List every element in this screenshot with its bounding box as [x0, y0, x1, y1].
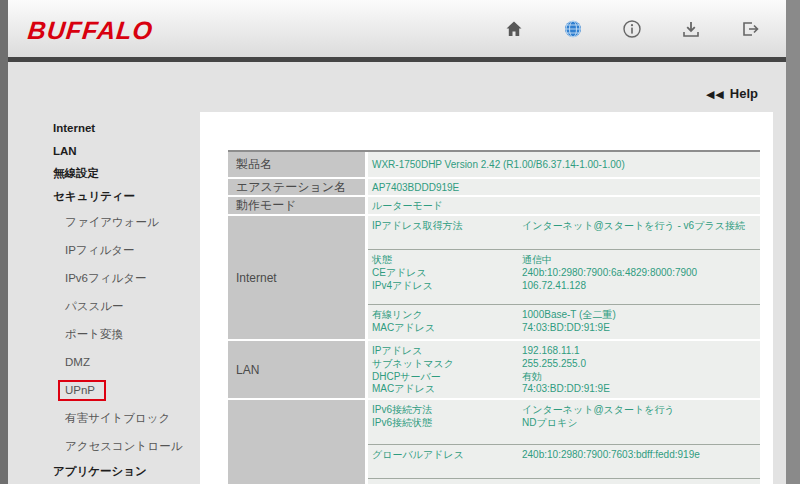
detail-value: 74:03:BD:DD:91:9E	[522, 383, 610, 396]
row-label-airstation-name: エアステーション名	[228, 179, 368, 195]
sidebar-item-label: セキュリティー	[53, 189, 135, 204]
lan-group-ipv4: IPアドレス 192.168.11.1 サブネットマスク 255.255.255…	[368, 341, 760, 396]
detail-pair: DHCPサーバー 有効	[372, 371, 760, 384]
sidebar-item-security[interactable]: セキュリティー	[8, 185, 200, 208]
detail-pair: IPアドレス取得方法 インターネット@スタートを行う - v6プラス接続	[372, 220, 760, 233]
detail-pair: MACアドレス 74:03:BD:DD:91:9E	[372, 322, 760, 335]
detail-value: 106.72.41.128	[522, 280, 586, 293]
detail-pair: 状態 通信中	[372, 254, 760, 267]
sidebar-item-access-control[interactable]: アクセスコントロール	[8, 432, 200, 460]
help-link[interactable]: ◀◀Help	[706, 86, 758, 101]
detail-name: 有線リンク	[372, 309, 522, 322]
ipv6-group-global: グローバルアドレス 240b:10:2980:7900:7603:bdff:fe…	[368, 444, 760, 478]
detail-name: グローバルアドレス	[372, 449, 522, 462]
ipv6-group-connection: IPv6接続方法 インターネット@スタートを行う IPv6接続状態 NDプロキシ	[368, 400, 760, 444]
home-icon[interactable]	[504, 19, 524, 39]
ipv6-detail-cell: IPv6接続方法 インターネット@スタートを行う IPv6接続状態 NDプロキシ…	[368, 400, 760, 484]
detail-value: インターネット@スタートを行う - v6プラス接続	[522, 220, 745, 233]
detail-pair: IPv6接続方法 インターネット@スタートを行う	[372, 404, 760, 417]
main-content-panel: 製品名 WXR-1750DHP Version 2.42 (R1.00/B6.3…	[200, 112, 773, 484]
sidebar-item-label: IPv6フィルター	[65, 271, 147, 286]
detail-name: CEアドレス	[372, 267, 522, 280]
sidebar-item-label: ファイアウォール	[65, 215, 159, 230]
sidebar-item-internet[interactable]: Internet	[8, 116, 200, 139]
detail-name: 状態	[372, 254, 522, 267]
sidebar-item-ip-filter[interactable]: IPフィルター	[8, 236, 200, 264]
top-header-bar: BUFFALO	[0, 0, 800, 57]
internet-group-acquisition: IPアドレス取得方法 インターネット@スタートを行う - v6プラス接続	[368, 216, 760, 249]
product-name-value: WXR-1750DHP Version 2.42 (R1.00/B6.37.14…	[368, 152, 760, 177]
left-edge-strip	[0, 0, 8, 484]
status-table: 製品名 WXR-1750DHP Version 2.42 (R1.00/B6.3…	[228, 150, 760, 484]
detail-pair: グローバルアドレス 240b:10:2980:7900:7603:bdff:fe…	[372, 449, 760, 462]
upnp-highlight-box: UPnP	[58, 380, 106, 401]
detail-value: NDプロキシ	[522, 417, 577, 430]
detail-pair: IPv4アドレス 106.72.41.128	[372, 280, 760, 293]
sidebar-item-ipv6-filter[interactable]: IPv6フィルター	[8, 264, 200, 292]
sidebar-item-label: 無線設定	[53, 166, 99, 181]
row-label-internet: Internet	[228, 216, 368, 339]
sidebar-item-dmz[interactable]: DMZ	[8, 348, 200, 376]
help-label: Help	[730, 86, 758, 101]
detail-pair: CEアドレス 240b:10:2980:7900:6a:4829:8000:79…	[372, 267, 760, 280]
sidebar-item-application[interactable]: アプリケーション	[8, 460, 200, 483]
sidebar-item-label: LAN	[53, 145, 77, 157]
sidebar-item-label: Internet	[53, 122, 95, 134]
table-row-ipv6: IPv6接続方法 インターネット@スタートを行う IPv6接続状態 NDプロキシ…	[228, 400, 760, 484]
internet-group-wired: 有線リンク 1000Base-T (全二重) MACアドレス 74:03:BD:…	[368, 304, 760, 339]
detail-pair: サブネットマスク 255.255.255.0	[372, 358, 760, 371]
logout-icon[interactable]	[740, 19, 760, 39]
sidebar-item-upnp[interactable]: UPnP	[8, 376, 200, 404]
detail-value: 192.168.11.1	[522, 345, 580, 358]
detail-value: インターネット@スタートを行う	[522, 404, 675, 417]
sidebar-item-harmful-site-block[interactable]: 有害サイトブロック	[8, 404, 200, 432]
globe-icon[interactable]	[563, 19, 583, 39]
sidebar-item-wireless[interactable]: 無線設定	[8, 162, 200, 185]
header-divider	[0, 57, 800, 62]
sidebar-item-passthrough[interactable]: パススルー	[8, 292, 200, 320]
detail-value: 240b:10:2980:7900:6a:4829:8000:7900	[522, 267, 697, 280]
operation-mode-value: ルーターモード	[368, 197, 760, 214]
detail-name: MACアドレス	[372, 322, 522, 335]
detail-value: 240b:10:2980:7900:7603:bdff:fedd:919e	[522, 449, 700, 462]
lan-detail-cell: IPアドレス 192.168.11.1 サブネットマスク 255.255.255…	[368, 341, 760, 398]
buffalo-logo: BUFFALO	[26, 16, 154, 45]
sidebar-item-label: IPフィルター	[65, 243, 134, 258]
internet-group-status: 状態 通信中 CEアドレス 240b:10:2980:7900:6a:4829:…	[368, 249, 760, 304]
download-icon[interactable]	[681, 19, 701, 39]
table-row-internet: Internet IPアドレス取得方法 インターネット@スタートを行う - v6…	[228, 216, 760, 339]
sidebar-item-label: ポート変換	[65, 327, 123, 342]
row-label-product-name: 製品名	[228, 152, 368, 177]
sidebar-item-label: パススルー	[65, 299, 124, 314]
sidebar-item-label: アクセスコントロール	[65, 439, 182, 454]
sidebar-item-port-forwarding[interactable]: ポート変換	[8, 320, 200, 348]
table-row-mode: 動作モード ルーターモード	[228, 197, 760, 214]
detail-value: 74:03:BD:DD:91:9E	[522, 322, 610, 335]
internet-detail-cell: IPアドレス取得方法 インターネット@スタートを行う - v6プラス接続 状態 …	[368, 216, 760, 339]
detail-pair: 有線リンク 1000Base-T (全二重)	[372, 309, 760, 322]
detail-value: 1000Base-T (全二重)	[522, 309, 616, 322]
detail-name: IPアドレス	[372, 345, 522, 358]
ipv6-group-linklocal: Internet側Link Localアドレス fe80::7603:bdff:…	[368, 478, 760, 484]
sidebar-item-label: 有害サイトブロック	[65, 411, 170, 426]
sidebar-item-firewall[interactable]: ファイアウォール	[8, 208, 200, 236]
detail-pair: IPアドレス 192.168.11.1	[372, 345, 760, 358]
table-row-product: 製品名 WXR-1750DHP Version 2.42 (R1.00/B6.3…	[228, 152, 760, 177]
detail-value: 有効	[522, 371, 542, 384]
help-bar: ◀◀Help	[8, 62, 786, 108]
row-label-lan: LAN	[228, 341, 368, 398]
sidebar-item-label: アプリケーション	[53, 464, 147, 479]
info-icon[interactable]	[622, 19, 642, 39]
detail-value: 通信中	[522, 254, 552, 267]
detail-name: IPv6接続状態	[372, 417, 522, 430]
detail-name: IPv4アドレス	[372, 280, 522, 293]
detail-name: MACアドレス	[372, 383, 522, 396]
sidebar-item-label: DMZ	[65, 356, 90, 368]
detail-name: DHCPサーバー	[372, 371, 522, 384]
help-arrows-icon: ◀◀	[706, 88, 725, 100]
header-icon-row	[504, 19, 760, 39]
sidebar-item-lan[interactable]: LAN	[8, 139, 200, 162]
detail-name: IPアドレス取得方法	[372, 220, 522, 233]
detail-name: IPv6接続方法	[372, 404, 522, 417]
airstation-name-value: AP7403BDDD919E	[368, 179, 760, 195]
